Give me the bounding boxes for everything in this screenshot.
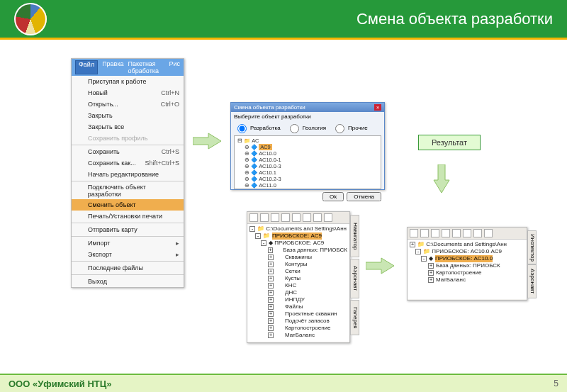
tool-icon[interactable] xyxy=(249,213,258,222)
slide-header: Смена объекта разработки xyxy=(0,0,567,40)
menu-item-label: Сохранить как... xyxy=(88,159,136,167)
tool-icon[interactable] xyxy=(260,213,269,222)
dialog-titlebar: Смена объекта разработки × xyxy=(231,103,384,112)
side-tab-aeronavt2[interactable]: Аэронавт xyxy=(527,264,537,298)
tab-dev[interactable]: Разработка xyxy=(234,122,281,133)
menu-item[interactable]: Печать/Установки печати xyxy=(72,211,184,222)
company-label: ООО «Уфимский НТЦ» xyxy=(9,379,111,389)
menu-item[interactable]: Отправить карту xyxy=(72,224,184,235)
tool-icon[interactable] xyxy=(313,213,322,222)
menu-bar: Файл Правка Пакетная обработка Рис xyxy=(72,59,184,76)
tool-icon[interactable] xyxy=(271,213,279,222)
menu-tab-edit[interactable]: Правка xyxy=(102,60,123,74)
tree-body[interactable]: + 📁 C:\Documents and Settings\Анн- 📁 ПРИ… xyxy=(408,240,527,299)
menu-item[interactable]: НовыйCtrl+N xyxy=(72,87,184,99)
menu-item[interactable]: Закрыть xyxy=(72,110,184,121)
menu-item[interactable]: Сохранить как...Shift+Ctrl+S xyxy=(72,157,184,169)
recent-icon xyxy=(76,264,84,272)
tool-icon[interactable] xyxy=(292,213,301,222)
footer: ООО «Уфимский НТЦ» 5 xyxy=(0,374,567,392)
menu-item-label: Отправить карту xyxy=(88,226,137,233)
tree-body[interactable]: - 📁 C:\Documents and Settings\Анн- 📁 ПРИ… xyxy=(247,224,349,342)
tool-icon[interactable] xyxy=(431,229,439,237)
blank-icon xyxy=(76,123,84,131)
file-menu-panel: Файл Правка Пакетная обработка Рис Прист… xyxy=(71,58,184,288)
book-icon xyxy=(76,77,84,86)
menu-shortcut: Ctrl+O xyxy=(161,101,179,108)
menu-item[interactable]: Приступая к работе xyxy=(72,76,184,87)
navigator-before-panel: Навигатор Аэронавт Галерея - 📁 C:\Docume… xyxy=(247,211,350,343)
swap-icon xyxy=(76,201,84,209)
page-number: 5 xyxy=(554,379,558,388)
menu-item-label: Закрыть все xyxy=(88,123,124,130)
menu-item-label: Сохранить профиль xyxy=(88,135,147,142)
menu-item[interactable]: Сохранить профиль xyxy=(72,133,184,144)
side-tab-inspector[interactable]: Инспектор xyxy=(527,230,537,264)
menu-items: Приступая к работеНовыйCtrl+NОткрыть...C… xyxy=(72,76,184,287)
menu-item-label: Приступая к работе xyxy=(88,78,146,85)
menu-item[interactable]: Выход xyxy=(72,276,184,287)
tool-icon[interactable] xyxy=(324,213,332,222)
flow-arrow-down-icon xyxy=(432,164,451,194)
plug-icon xyxy=(76,186,84,195)
panel-toolbar xyxy=(247,212,349,224)
dialog-title: Смена объекта разработки xyxy=(234,104,305,111)
tool-icon[interactable] xyxy=(484,229,493,237)
flow-arrow-icon xyxy=(366,257,395,275)
menu-item[interactable]: СохранитьCtrl+S xyxy=(72,146,184,157)
flow-arrow-icon xyxy=(193,132,223,150)
blank-icon xyxy=(76,250,84,259)
menu-item[interactable]: Подключить объект разработки xyxy=(72,182,184,199)
cancel-button[interactable]: Отмена xyxy=(347,192,381,201)
menu-tab-etc[interactable]: Рис xyxy=(169,60,180,74)
menu-item-label: Экспорт xyxy=(88,251,112,258)
tool-icon[interactable] xyxy=(473,229,482,237)
menu-item-label: Импорт xyxy=(88,240,110,247)
mail-icon xyxy=(76,225,84,234)
dialog-subtitle: Выберите объект разработки xyxy=(231,112,384,121)
dialog-tabs: Разработка Геология Прочие xyxy=(231,121,384,134)
result-label: Результат xyxy=(418,135,481,150)
menu-item[interactable]: Экспорт▸ xyxy=(72,249,184,260)
tool-icon[interactable] xyxy=(442,229,450,237)
side-tab-navigator[interactable]: Навигатор xyxy=(350,215,359,257)
menu-item[interactable]: Закрыть все xyxy=(72,121,184,133)
blank-icon xyxy=(76,134,84,142)
menu-item-label: Сменить объект xyxy=(88,201,136,208)
menu-item-label: Сохранить xyxy=(88,148,120,155)
navigator-after-panel: Инспектор Аэронавт + 📁 C:\Documents and … xyxy=(407,227,527,301)
exit-icon xyxy=(76,277,84,286)
close-icon[interactable]: × xyxy=(374,104,381,111)
ok-button[interactable]: Ok xyxy=(322,192,344,201)
side-tab-gallery[interactable]: Галерея xyxy=(350,300,359,335)
change-object-dialog: Смена объекта разработки × Выберите объе… xyxy=(230,102,385,190)
menu-item[interactable]: Начать редактирование xyxy=(72,169,184,180)
menu-item[interactable]: Сменить объект xyxy=(72,199,184,211)
menu-tab-file[interactable]: Файл xyxy=(75,60,98,74)
tool-icon[interactable] xyxy=(410,229,418,237)
tool-icon[interactable] xyxy=(281,213,290,222)
tool-icon[interactable] xyxy=(303,213,311,222)
save-icon xyxy=(76,147,84,156)
close-x-icon xyxy=(76,111,84,120)
menu-tab-batch[interactable]: Пакетная обработка xyxy=(128,60,165,74)
tool-icon[interactable] xyxy=(463,229,471,237)
menu-item[interactable]: Импорт▸ xyxy=(72,237,184,249)
object-tree[interactable]: ⊟ 📁 АС⊕ 🔷 АС9⊕ 🔷 АС10.0⊕ 🔷 АС10.0-1⊕ 🔷 А… xyxy=(234,135,381,189)
menu-item-label: Печать/Установки печати xyxy=(88,213,162,220)
tab-other[interactable]: Прочие xyxy=(332,122,368,133)
print-icon xyxy=(76,212,84,220)
menu-item-label: Новый xyxy=(88,89,108,96)
menu-item-label: Подключить объект разработки xyxy=(88,184,179,198)
menu-item[interactable]: Последние файлы xyxy=(72,262,184,274)
tab-geo[interactable]: Геология xyxy=(286,122,326,133)
tool-icon[interactable] xyxy=(420,229,429,237)
menu-item-label: Выход xyxy=(88,278,107,285)
menu-item-label: Закрыть xyxy=(88,112,113,119)
menu-item-label: Открыть... xyxy=(88,101,118,108)
tool-icon[interactable] xyxy=(452,229,461,237)
logo-icon xyxy=(14,3,47,35)
submenu-arrow-icon: ▸ xyxy=(176,240,179,247)
menu-item[interactable]: Открыть...Ctrl+O xyxy=(72,99,184,110)
side-tab-aeronavt[interactable]: Аэронавт xyxy=(350,259,359,298)
